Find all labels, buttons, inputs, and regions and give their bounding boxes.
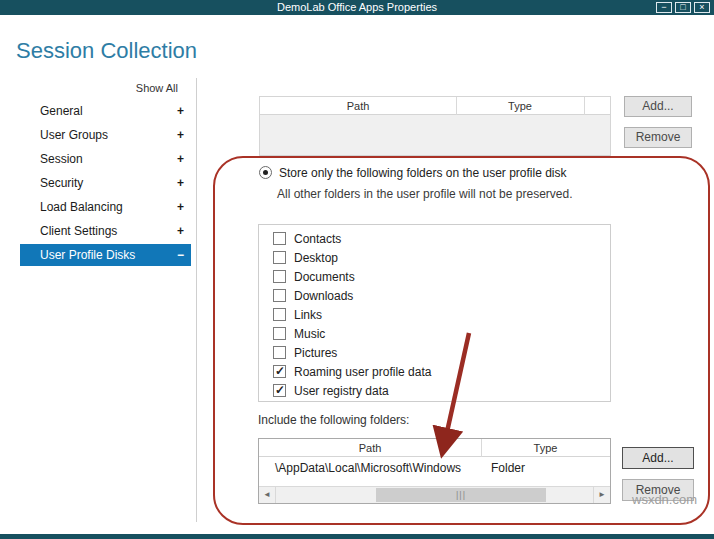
sidebar-item-user-profile-disks[interactable]: User Profile Disks − (20, 244, 191, 266)
sidebar-item-security[interactable]: Security + (20, 172, 191, 194)
add-button-top[interactable]: Add... (624, 96, 692, 117)
window-controls: − □ × (656, 2, 710, 13)
expand-icon[interactable]: + (177, 196, 184, 218)
sidebar-item-label: User Profile Disks (40, 248, 135, 262)
checkbox-label: Pictures (294, 345, 337, 361)
checkbox-label: Contacts (294, 231, 341, 247)
checkbox-label: Music (294, 326, 325, 342)
expand-icon[interactable]: + (177, 124, 184, 146)
scroll-left-icon[interactable]: ◄ (259, 487, 276, 503)
properties-window: DemoLab Office Apps Properties − □ × Ses… (0, 0, 714, 539)
column-header-type[interactable]: Type (456, 97, 584, 115)
sidebar-item-label: Session (40, 152, 83, 166)
table-body-empty (260, 115, 610, 155)
checkbox-label: Links (294, 307, 322, 323)
checkbox-label: User registry data (294, 383, 389, 399)
table-header: Path Type (260, 97, 610, 115)
checkbox-box[interactable] (273, 232, 286, 245)
sidebar-divider (196, 78, 197, 522)
checkbox-label: Documents (294, 269, 355, 285)
checkbox-box[interactable] (273, 289, 286, 302)
expand-icon[interactable]: + (177, 172, 184, 194)
window-title: DemoLab Office Apps Properties (0, 0, 714, 15)
column-header-type[interactable]: Type (481, 439, 610, 457)
checkbox-box[interactable] (273, 270, 286, 283)
horizontal-scrollbar[interactable]: ◄ ||| ► (259, 486, 610, 503)
cell-path: \AppData\Local\Microsoft\Windows (275, 457, 461, 480)
sidebar-item-user-groups[interactable]: User Groups + (20, 124, 191, 146)
radio-label: Store only the following folders on the … (279, 165, 567, 181)
column-divider (584, 97, 585, 115)
expand-icon[interactable]: + (177, 220, 184, 242)
include-folders-table[interactable]: Path Type \AppData\Local\Microsoft\Windo… (258, 438, 611, 504)
table-row[interactable]: \AppData\Local\Microsoft\Windows Folder (259, 457, 610, 480)
expand-icon[interactable]: + (177, 100, 184, 122)
sidebar-item-load-balancing[interactable]: Load Balancing + (20, 196, 191, 218)
sidebar-item-client-settings[interactable]: Client Settings + (20, 220, 191, 242)
column-header-path[interactable]: Path (260, 97, 456, 115)
close-button[interactable]: × (694, 2, 710, 13)
cell-type: Folder (491, 457, 525, 480)
page-title: Session Collection (16, 38, 197, 64)
radio-button[interactable] (259, 166, 272, 179)
checkbox-label: Downloads (294, 288, 353, 304)
minimize-button[interactable]: − (656, 2, 672, 13)
window-bottom-edge (0, 534, 714, 539)
column-header-path[interactable]: Path (259, 439, 481, 457)
checkbox-box[interactable] (273, 251, 286, 264)
checkbox-box[interactable] (273, 308, 286, 321)
maximize-button[interactable]: □ (675, 2, 691, 13)
checkbox-label: Roaming user profile data (294, 364, 431, 380)
include-folders-label: Include the following folders: (258, 413, 409, 427)
sidebar-item-label: General (40, 104, 83, 118)
checkbox-box[interactable] (273, 346, 286, 359)
checkbox-box[interactable] (273, 327, 286, 340)
watermark: wsxdn.com (632, 492, 697, 507)
sidebar-item-label: Load Balancing (40, 200, 123, 214)
folder-checkbox-panel: Contacts Desktop Documents Downloads Lin… (258, 224, 611, 402)
checkbox-box[interactable] (273, 365, 286, 378)
add-button-bottom[interactable]: Add... (622, 447, 694, 469)
scrollbar-thumb[interactable]: ||| (376, 488, 546, 502)
collapse-icon[interactable]: − (177, 244, 184, 266)
column-divider (481, 439, 482, 457)
remove-button-top[interactable]: Remove (624, 127, 692, 148)
checkbox-box[interactable] (273, 384, 286, 397)
radio-note: All other folders in the user profile wi… (277, 187, 572, 201)
sidebar-item-label: Security (40, 176, 83, 190)
sidebar-item-general[interactable]: General + (20, 100, 191, 122)
column-divider (456, 97, 457, 115)
sidebar-item-label: Client Settings (40, 224, 117, 238)
checkbox-label: Desktop (294, 250, 338, 266)
expand-icon[interactable]: + (177, 148, 184, 170)
sidebar-item-session[interactable]: Session + (20, 148, 191, 170)
scroll-right-icon[interactable]: ► (593, 487, 610, 503)
titlebar: DemoLab Office Apps Properties − □ × (0, 0, 714, 15)
table-header: Path Type (259, 439, 610, 457)
exclude-folders-table[interactable]: Path Type (259, 96, 611, 156)
show-all-link[interactable]: Show All (20, 82, 178, 94)
sidebar-item-label: User Groups (40, 128, 108, 142)
